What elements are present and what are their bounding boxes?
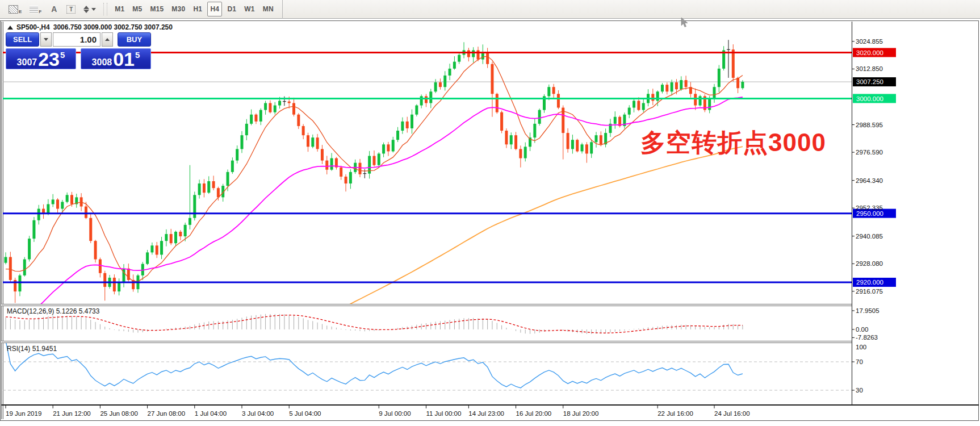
volume-input[interactable] — [53, 32, 100, 47]
price-tick-label: 2928.080 — [856, 260, 883, 267]
mt4-terminal: { "toolbar": { "icons": [ {"name": "char… — [0, 0, 980, 426]
rsi-tick-label: 30 — [856, 387, 863, 394]
rsi-tick-label: 70 — [856, 358, 863, 365]
rsi-group — [3, 341, 852, 391]
time-tick-label: 24 Jul 16:00 — [714, 410, 750, 417]
sell-price-base: 3007 — [17, 57, 37, 68]
rsi-label: RSI(14) 51.9451 — [7, 345, 57, 353]
buy-price-frac: 5 — [135, 50, 140, 60]
symbol-quote: 3006.750 3009.000 3002.750 3007.250 — [53, 23, 173, 31]
macd-group — [6, 314, 743, 334]
buy-price-base: 3008 — [92, 57, 112, 68]
svg-text:2920.000: 2920.000 — [856, 279, 883, 286]
macd-tick-label: 0.00 — [856, 326, 868, 333]
volume-decrease-button[interactable] — [40, 32, 52, 47]
svg-text:3020.000: 3020.000 — [856, 49, 883, 56]
volume-increase-button[interactable] — [102, 32, 113, 47]
hline-label-3020.000: 3020.000 — [853, 48, 896, 57]
buy-price-pips: 01 — [113, 52, 135, 68]
time-tick-label: 27 Jun 08:00 — [148, 410, 186, 417]
price-tick-label: 3024.855 — [856, 38, 883, 45]
time-tick-label: 3 Jul 04:00 — [242, 410, 274, 417]
price-tick-label: 2976.590 — [856, 149, 883, 156]
candles-group — [5, 40, 744, 303]
time-tick-label: 5 Jul 04:00 — [289, 410, 321, 417]
time-tick-label: 11 Jul 00:00 — [426, 410, 461, 417]
symbol-name: SP500-,H4 — [16, 23, 50, 31]
buy-price-tile[interactable]: 3008 01 5 — [81, 48, 151, 69]
time-tick-label: 9 Jul 00:00 — [379, 410, 411, 417]
time-tick-label: 22 Jul 16:00 — [657, 410, 693, 417]
price-tick-label: 2988.595 — [856, 122, 883, 128]
mouse-cursor — [681, 18, 688, 27]
chart-annotation-text[interactable]: 多空转折点3000 — [640, 126, 826, 160]
sell-button[interactable]: SELL — [6, 32, 39, 47]
sell-price-pips: 23 — [38, 52, 60, 68]
current-price-label: 3007.250 — [853, 77, 896, 86]
time-tick-label: 18 Jul 20:00 — [563, 410, 599, 417]
ma-slow-line — [237, 147, 743, 375]
caret-down-icon — [44, 38, 48, 41]
buy-button[interactable]: BUY — [118, 32, 151, 47]
caret-up-icon — [105, 38, 110, 41]
hline-label-2920.000: 2920.000 — [853, 278, 896, 287]
macd-tick-label: -7.8263 — [856, 334, 878, 341]
sell-price-tile[interactable]: 3007 23 5 — [6, 48, 76, 69]
time-tick-label: 1 Jul 04:00 — [195, 410, 227, 417]
price-tick-label: 2964.340 — [856, 177, 883, 184]
time-tick-label: 25 Jun 08:00 — [100, 410, 138, 417]
macd-tick-label: 17.9505 — [856, 307, 880, 314]
symbol-header: SP500-,H4 3006.750 3009.000 3002.750 300… — [7, 23, 173, 31]
price-tick-label: 2952.335 — [856, 204, 883, 211]
macd-label: MACD(12,26,9) 5.1226 5.4733 — [7, 307, 99, 315]
svg-text:3007.250: 3007.250 — [856, 78, 883, 85]
price-tick-label: 3012.850 — [856, 65, 883, 72]
time-tick-label: 14 Jul 23:00 — [468, 410, 504, 417]
time-tick-label: 21 Jun 12:00 — [53, 410, 91, 417]
price-tick-label: 2940.085 — [856, 233, 883, 240]
price-tick-label: 2916.075 — [856, 288, 883, 295]
hline-label-3000.000: 3000.000 — [853, 94, 896, 103]
one-click-trade-panel: SELL BUY 3007 23 5 3008 01 5 — [6, 32, 151, 69]
time-tick-label: 19 Jun 2019 — [6, 410, 41, 417]
ma-fast-line — [6, 56, 743, 281]
time-tick-label: 16 Jul 20:00 — [516, 410, 552, 417]
svg-text:3000.000: 3000.000 — [856, 95, 883, 102]
symbol-marker-icon — [7, 26, 13, 30]
rsi-tick-label: 100 — [856, 344, 866, 350]
sell-price-frac: 5 — [60, 50, 65, 60]
